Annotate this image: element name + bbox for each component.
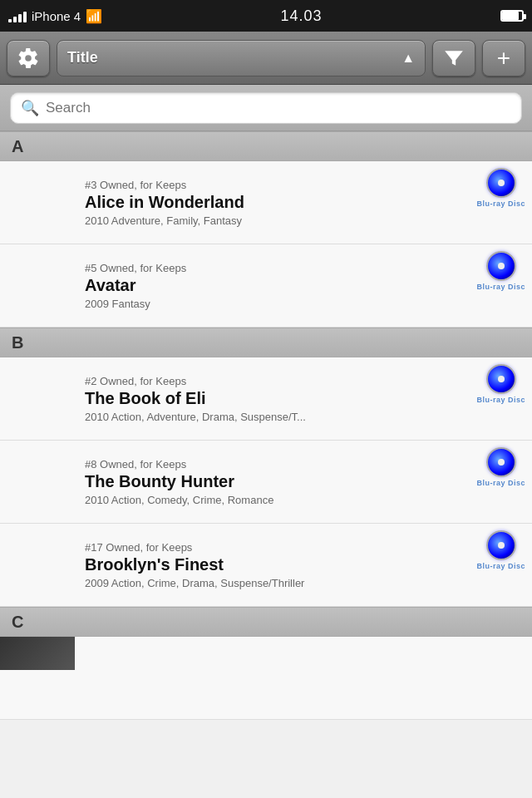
wifi-icon: 📶 [86,8,102,24]
movie-right: Blu-ray Disc [470,441,532,523]
movie-title: Brooklyn's Finest [85,555,460,574]
bluray-label: Blu-ray Disc [476,479,525,487]
movie-poster-c [0,637,75,670]
device-name: iPhone 4 [32,9,81,23]
list-item[interactable] [0,637,532,720]
bluray-disc-icon [486,251,516,281]
movie-title: Alice in Wonderland [85,193,460,212]
search-field-wrap[interactable]: 🔍 [10,92,522,124]
list-item[interactable]: THE BOUNTY HUNTER #8 Owned, for Keeps Th… [0,441,532,524]
movie-info-eli: #2 Owned, for Keeps The Book of Eli 2010… [75,357,470,440]
bluray-label: Blu-ray Disc [476,283,525,291]
plus-icon: + [497,47,510,70]
movie-list: A ALICE IN WONDERLAND #3 Owned, for Keep… [0,131,532,798]
status-left: iPhone 4 📶 [8,8,102,24]
battery-icon [500,10,524,22]
bluray-badge: Blu-ray Disc [476,530,525,570]
section-letter-c: C [12,613,23,632]
movie-details: 2010 Adventure, Family, Fantasy [85,214,460,227]
bluray-badge: Blu-ray Disc [476,447,525,487]
bluray-disc-icon [486,530,516,560]
movie-info-brooklyn: #17 Owned, for Keeps Brooklyn's Finest 2… [75,524,470,606]
movie-right: Blu-ray Disc [470,161,532,244]
bluray-badge: Blu-ray Disc [476,168,525,208]
sort-arrow-icon: ▲ [401,51,415,66]
search-input[interactable] [46,100,511,116]
section-header-b: B [0,328,532,357]
movie-details: 2010 Action, Adventure, Drama, Suspense/… [85,411,460,423]
bluray-label: Blu-ray Disc [476,200,525,208]
list-item[interactable]: THE BOOK OF ELI #2 Owned, for Keeps The … [0,357,532,441]
movie-info-avatar: #5 Owned, for Keeps Avatar 2009 Fantasy [75,244,470,327]
bluray-disc-icon [486,364,516,394]
movie-info-bounty: #8 Owned, for Keeps The Bounty Hunter 20… [75,441,470,523]
bluray-badge: Blu-ray Disc [476,251,525,291]
movie-meta: #5 Owned, for Keeps [85,262,460,274]
movie-meta: #8 Owned, for Keeps [85,458,460,470]
list-item[interactable]: AVATAR #5 Owned, for Keeps Avatar 2009 F… [0,244,532,328]
search-bar: 🔍 [0,85,532,131]
section-letter-a: A [12,137,23,156]
signal-icon [8,9,27,22]
add-button[interactable]: + [482,40,525,76]
list-item[interactable]: ALICE IN WONDERLAND #3 Owned, for Keeps … [0,161,532,244]
section-header-c: C [0,607,532,637]
settings-button[interactable] [7,40,50,76]
list-item[interactable]: BROOKLYN'S FINEST #17 Owned, for Keeps B… [0,524,532,607]
movie-title: Avatar [85,276,460,295]
movie-right: Blu-ray Disc [470,357,532,440]
movie-meta: #2 Owned, for Keeps [85,375,460,387]
movie-info-c [75,637,532,670]
movie-title: The Book of Eli [85,389,460,408]
section-letter-b: B [12,333,23,352]
gear-icon [17,47,39,69]
title-sort-segment[interactable]: Title ▲ [57,40,426,76]
movie-info-alice: #3 Owned, for Keeps Alice in Wonderland … [75,161,470,244]
movie-title: The Bounty Hunter [85,472,460,491]
toolbar: Title ▲ + [0,32,532,85]
sort-title-label: Title [67,49,98,66]
movie-details: 2010 Action, Comedy, Crime, Romance [85,494,460,506]
filter-button[interactable] [432,40,475,76]
bluray-label: Blu-ray Disc [476,562,525,570]
movie-meta: #3 Owned, for Keeps [85,179,460,191]
status-right [500,10,524,22]
bluray-disc-icon [486,447,516,477]
section-header-a: A [0,131,532,161]
status-bar: iPhone 4 📶 14.03 [0,0,532,32]
filter-icon [443,47,465,69]
movie-details: 2009 Action, Crime, Drama, Suspense/Thri… [85,577,460,589]
bluray-badge: Blu-ray Disc [476,364,525,404]
movie-details: 2009 Fantasy [85,298,460,310]
movie-meta: #17 Owned, for Keeps [85,541,460,554]
status-time: 14.03 [281,7,323,25]
movie-right: Blu-ray Disc [470,244,532,327]
bluray-disc-icon [486,168,516,198]
bluray-label: Blu-ray Disc [476,396,525,404]
movie-right: Blu-ray Disc [470,524,532,606]
search-icon: 🔍 [21,99,39,117]
